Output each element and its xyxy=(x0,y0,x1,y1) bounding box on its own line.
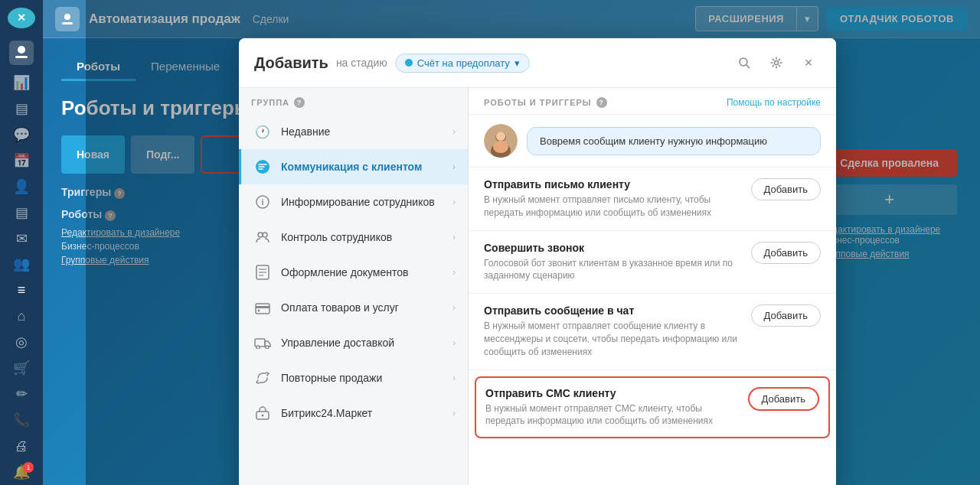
modal-body: ГРУППА ? 🕐 Недавние › xyxy=(239,88,836,485)
list-sidebar-icon[interactable]: ▤ xyxy=(6,97,37,120)
svg-rect-17 xyxy=(256,304,270,314)
robot-item-chat: Отправить сообщение в чат В нужный момен… xyxy=(469,294,836,369)
svg-rect-2 xyxy=(15,56,28,58)
sidebar-close-button[interactable]: ✕ xyxy=(8,8,35,28)
communication-icon xyxy=(253,158,272,176)
shop-sidebar-icon[interactable]: 🛒 xyxy=(6,356,37,379)
banner-text: Вовремя сообщим клиенту нужную информаци… xyxy=(540,135,767,147)
modal-right-header: РОБОТЫ И ТРИГГЕРЫ ? Помощь по настройке xyxy=(469,88,836,115)
payment-icon xyxy=(253,298,272,317)
chat-sidebar-icon[interactable]: 💬 xyxy=(6,123,37,146)
modal-close-icon[interactable]: × xyxy=(796,50,821,75)
add-robot-modal: Добавить на стадию Счёт на предоплату ▾ xyxy=(239,38,836,485)
group-label-repeat-sales: Повторные продажи xyxy=(281,372,443,384)
group-arrow-communication: › xyxy=(452,161,456,172)
groups-info-icon: ? xyxy=(294,97,305,108)
modal-header: Добавить на стадию Счёт на предоплату ▾ xyxy=(239,38,836,88)
notification-sidebar-icon[interactable]: 🔔 1 xyxy=(6,461,37,483)
sidebar-logo xyxy=(8,41,35,65)
modal-overlay[interactable]: Добавить на стадию Счёт на предоплату ▾ xyxy=(86,0,980,485)
group-label-recent: Недавние xyxy=(281,125,443,138)
modal-banner: Вовремя сообщим клиенту нужную информаци… xyxy=(469,115,836,168)
chart-sidebar-icon[interactable]: 📊 xyxy=(6,71,37,94)
repeat-sales-icon xyxy=(253,369,272,387)
modal-robots-panel: РОБОТЫ И ТРИГГЕРЫ ? Помощь по настройке xyxy=(469,88,836,485)
inform-staff-icon: i xyxy=(253,193,272,211)
group-arrow-delivery: › xyxy=(452,337,456,348)
group-item-payment[interactable]: Оплата товаров и услуг › xyxy=(239,290,468,325)
filter-sidebar-icon[interactable]: ≡ xyxy=(6,278,37,301)
svg-rect-18 xyxy=(256,306,270,308)
home-sidebar-icon[interactable]: ⌂ xyxy=(6,304,37,327)
svg-point-7 xyxy=(775,61,779,65)
group-item-communication[interactable]: Коммуникация с клиентом › xyxy=(239,149,468,184)
robots-panel-info-icon: ? xyxy=(596,97,607,108)
robot-item-email: Отправить письмо клиенту В нужный момент… xyxy=(469,168,836,231)
svg-point-19 xyxy=(258,310,260,312)
group-arrow-repeat-sales: › xyxy=(452,373,456,383)
group-item-control-staff[interactable]: Контроль сотрудников › xyxy=(239,220,468,255)
robot-chat-add-button[interactable]: Добавить xyxy=(751,304,821,327)
robot-sms-add-button[interactable]: Добавить xyxy=(748,387,819,411)
sidebar: ✕ 📊 ▤ 💬 📅 👤 ▤ ✉ 👥 ≡ ⌂ ◎ 🛒 ✏ 📞 🖨 🔔 1 xyxy=(0,0,43,485)
print-sidebar-icon[interactable]: 🖨 xyxy=(6,435,37,457)
group-arrow-control-staff: › xyxy=(452,232,456,242)
group-item-inform-staff[interactable]: i Информирование сотрудников › xyxy=(239,184,468,220)
group-item-repeat-sales[interactable]: Повторные продажи › xyxy=(239,360,468,395)
group-arrow-market: › xyxy=(452,408,456,418)
modal-groups-panel: ГРУППА ? 🕐 Недавние › xyxy=(239,88,469,485)
modal-subtitle: на стадию xyxy=(336,57,387,69)
edit-sidebar-icon[interactable]: ✏ xyxy=(6,382,37,405)
market-icon xyxy=(253,404,272,422)
robot-call-text: Совершить звонок Голосовой бот звонит кл… xyxy=(484,242,742,283)
calendar-sidebar-icon[interactable]: 📅 xyxy=(6,149,37,172)
target-sidebar-icon[interactable]: ◎ xyxy=(6,330,37,353)
robot-email-desc: В нужный момент отправляет письмо клиент… xyxy=(484,194,742,220)
group-item-delivery[interactable]: Управление доставкой › xyxy=(239,325,468,360)
robot-email-add-button[interactable]: Добавить xyxy=(751,178,821,200)
group-item-documents[interactable]: Оформление документов › xyxy=(239,255,468,290)
svg-point-22 xyxy=(266,346,269,349)
robot-chat-desc: В нужный момент отправляет сообщение кли… xyxy=(484,320,742,358)
user-sidebar-icon[interactable]: 👤 xyxy=(6,175,37,198)
svg-point-24 xyxy=(262,415,264,417)
banner-bubble: Вовремя сообщим клиенту нужную информаци… xyxy=(527,127,821,155)
robot-chat-title: Отправить сообщение в чат xyxy=(484,304,742,317)
notification-badge: 1 xyxy=(23,462,34,473)
svg-point-3 xyxy=(64,14,70,20)
group-label-communication: Коммуникация с клиентом xyxy=(281,161,443,173)
documents-icon xyxy=(253,263,272,282)
svg-rect-20 xyxy=(255,339,265,347)
group-label-market: Битрикс24.Маркет xyxy=(281,407,443,419)
robot-item-sms: Отправить СМС клиенту В нужный момент от… xyxy=(475,376,830,439)
phone-sidebar-icon[interactable]: 📞 xyxy=(6,409,37,431)
svg-point-21 xyxy=(256,346,260,349)
control-staff-icon xyxy=(253,228,272,246)
svg-point-28 xyxy=(496,132,505,141)
modal-search-icon[interactable] xyxy=(732,50,756,75)
group-label-inform-staff: Информирование сотрудников xyxy=(281,196,443,208)
group-item-recent[interactable]: 🕐 Недавние › xyxy=(239,114,468,149)
svg-point-12 xyxy=(263,233,267,237)
robot-call-add-button[interactable]: Добавить xyxy=(751,242,821,264)
robot-item-call: Совершить звонок Голосовой бот звонит кл… xyxy=(469,231,836,295)
contacts-sidebar-icon[interactable]: 👥 xyxy=(6,253,37,276)
robot-chat-text: Отправить сообщение в чат В нужный момен… xyxy=(484,304,742,358)
robot-sms-title: Отправить СМС клиенту xyxy=(485,387,739,399)
robot-call-desc: Голосовой бот звонит клиентам в указанно… xyxy=(484,257,742,283)
robot-email-title: Отправить письмо клиенту xyxy=(484,178,742,190)
help-link[interactable]: Помощь по настройке xyxy=(727,97,821,108)
svg-line-6 xyxy=(746,65,750,68)
tasks-sidebar-icon[interactable]: ▤ xyxy=(6,201,37,224)
mail-sidebar-icon[interactable]: ✉ xyxy=(6,227,37,250)
modal-stage-label: Счёт на предоплату xyxy=(417,57,510,69)
modal-stage-badge[interactable]: Счёт на предоплату ▾ xyxy=(395,54,530,73)
modal-settings-icon[interactable] xyxy=(764,50,789,75)
robots-panel-title: РОБОТЫ И ТРИГГЕРЫ ? xyxy=(484,97,607,108)
group-item-market[interactable]: Битрикс24.Маркет › xyxy=(239,395,468,431)
group-label-documents: Оформление документов xyxy=(281,266,443,278)
svg-point-11 xyxy=(258,233,263,237)
svg-text:i: i xyxy=(261,197,263,207)
group-label-payment: Оплата товаров и услуг xyxy=(281,301,443,314)
app-logo xyxy=(55,7,80,31)
